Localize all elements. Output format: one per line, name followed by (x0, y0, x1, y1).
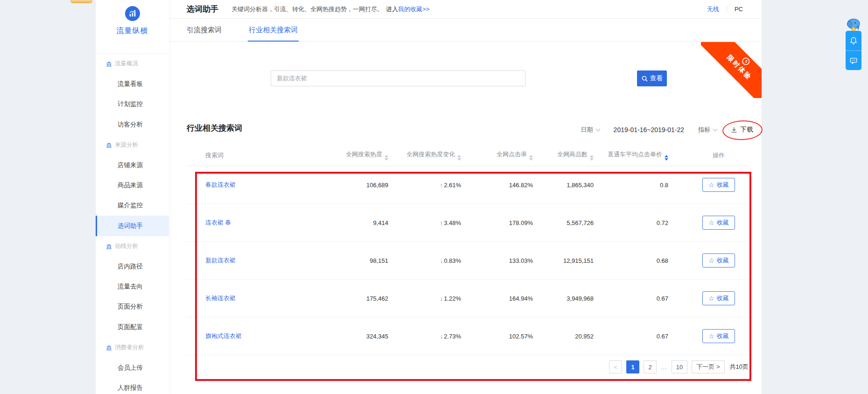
col-header-click-rate[interactable]: 全网点击率 (461, 150, 533, 161)
sidebar-item-label: 媒介监控 (118, 201, 143, 210)
cell-heat-change: ↑2.61% (388, 182, 461, 189)
logo-block: 流量纵横 (96, 6, 169, 54)
chevron-down-icon (713, 127, 718, 131)
favorite-button[interactable]: ☆收藏 (702, 291, 735, 305)
sidebar-section-path-analysis: 动线分析 (96, 236, 169, 256)
tab-inbound-search-words[interactable]: 引流搜索词 (187, 19, 222, 41)
favorite-button[interactable]: ☆收藏 (702, 178, 735, 192)
ribbon-corner: 限时体验 (701, 42, 762, 98)
sidebar-item-label: 页面分析 (118, 303, 143, 311)
building-doc-icon (106, 61, 112, 67)
table-controls: 日期 2019-01-16~2019-01-22 指标 下载 (581, 122, 753, 137)
sidebar-section-label: 动线分析 (115, 242, 138, 250)
keyword-search-input[interactable] (271, 70, 525, 86)
cell-product-count: 1,865,340 (533, 182, 594, 189)
sidebar-section-label: 消费者分析 (115, 344, 144, 352)
col-header-product-count[interactable]: 全网商品数 (533, 150, 594, 161)
sidebar-item-traffic-board[interactable]: 流量看板 (96, 74, 169, 94)
arrow-down-icon: ↓ (440, 295, 443, 302)
table-header-row: 搜索词 全网搜索热度 全网搜索热度变化 全网点击率 全网商品数 直通车平均点击单… (187, 145, 748, 166)
mode-wireless[interactable]: 无线 (707, 5, 719, 14)
favorite-button[interactable]: ☆收藏 (702, 253, 735, 267)
keyword-link[interactable]: 旗袍式连衣裙 (205, 332, 242, 339)
search-view-button[interactable]: 查看 (637, 70, 667, 86)
sort-icon-active[interactable] (665, 155, 668, 161)
cell-avg-cpc: 0.8 (594, 182, 668, 189)
page-title: 选词助手 (187, 4, 218, 14)
cell-avg-cpc: 0.67 (594, 333, 668, 340)
date-dropdown-label: 日期 (581, 126, 593, 134)
sidebar-item-plan-monitor[interactable]: 计划监控 (96, 94, 169, 114)
sidebar-item-media-monitor[interactable]: 媒介监控 (96, 196, 169, 216)
keyword-link[interactable]: 春款连衣裙 (205, 181, 236, 188)
sort-icon[interactable] (457, 155, 461, 161)
logo[interactable] (125, 6, 140, 21)
sidebar-item-product-source[interactable]: 商品来源 (96, 175, 169, 195)
tab-industry-related-search-words[interactable]: 行业相关搜索词 (249, 19, 298, 41)
sort-icon[interactable] (529, 155, 533, 161)
bell-icon[interactable] (846, 31, 861, 50)
keyword-link[interactable]: 新款连衣裙 (205, 257, 236, 264)
sidebar-item-label: 流量看板 (118, 80, 143, 88)
tab-label: 引流搜索词 (187, 26, 222, 35)
sidebar-item-traffic-destination[interactable]: 流量去向 (96, 276, 169, 296)
favorite-label: 收藏 (717, 294, 729, 303)
cell-search-heat: 9,414 (317, 219, 388, 226)
cell-product-count: 12,915,151 (533, 257, 594, 264)
favorite-button[interactable]: ☆收藏 (702, 329, 735, 343)
favorites-link[interactable]: 我的收藏>> (398, 5, 429, 14)
keyword-link[interactable]: 连衣裙 春 (205, 219, 231, 226)
sidebar-section-label: 来源分析 (115, 141, 138, 149)
sidebar-item-page-config[interactable]: 页面配置 (96, 317, 169, 337)
pagination-ellipsis: ... (661, 364, 667, 371)
sidebar-section-label: 流量概况 (115, 60, 138, 68)
sidebar-section-source-analysis: 来源分析 (96, 135, 169, 155)
arrow-up-icon: ↑ (440, 219, 443, 226)
date-range: 2019-01-16~2019-01-22 (614, 126, 684, 134)
keyword-link[interactable]: 长袖连衣裙 (205, 295, 236, 302)
col-header-search-heat[interactable]: 全网搜索热度 (317, 150, 388, 161)
pagination-page-10[interactable]: 10 (672, 360, 687, 373)
ribbon-label: 限时体验 (725, 53, 754, 82)
sidebar-item-in-store-path[interactable]: 店内路径 (96, 256, 169, 276)
elephant-mascot-icon[interactable] (845, 17, 862, 34)
sidebar-item-label: 人群报告 (118, 384, 143, 392)
bar-chart-trend-icon (128, 9, 137, 18)
col-header-label: 全网点击率 (497, 151, 527, 158)
favorite-button[interactable]: ☆收藏 (702, 216, 735, 230)
pagination-prev-button[interactable]: < (609, 360, 622, 373)
col-header-label: 搜索词 (205, 152, 224, 159)
main-content: 选词助手 关键词分析器，引流、转化、全网热搜趋势，一网打尽。 进入 我的收藏>>… (169, 0, 762, 394)
pagination-next-button[interactable]: 下一页 > (692, 360, 724, 373)
building-doc-icon (106, 243, 112, 249)
sidebar-item-visitor-analysis[interactable]: 访客分析 (96, 114, 169, 134)
arrow-down-icon: ↓ (440, 333, 443, 340)
cell-click-rate: 164.94% (461, 295, 533, 302)
chat-icon[interactable] (846, 50, 861, 70)
sidebar-item-page-analysis[interactable]: 页面分析 (96, 297, 169, 317)
sidebar-item-keyword-assistant[interactable]: 选词助手 (96, 216, 169, 236)
sidebar-item-shop-source[interactable]: 店铺来源 (96, 155, 169, 175)
cell-click-rate: 102.57% (461, 333, 533, 340)
sidebar-menu: 流量概况 流量看板 计划监控 访客分析 来源分析 店铺来源 商品来源 媒介监控 … (96, 54, 169, 394)
sort-icon[interactable] (385, 155, 388, 161)
cell-search-heat: 98,151 (317, 257, 388, 264)
sort-icon[interactable] (590, 155, 594, 161)
date-dropdown[interactable]: 日期 (581, 126, 600, 134)
download-label: 下载 (740, 126, 753, 134)
mode-pc[interactable]: PC (735, 6, 743, 13)
star-icon: ☆ (708, 333, 714, 339)
sidebar-item-label: 计划监控 (118, 100, 143, 108)
download-button[interactable]: 下载 (731, 126, 753, 134)
sidebar-item-audience-report[interactable]: 人群报告 (96, 378, 169, 394)
cell-product-count: 5,567,726 (533, 219, 594, 226)
col-header-heat-change[interactable]: 全网搜索热度变化 (388, 150, 461, 161)
change-value: 3.48% (444, 219, 461, 226)
sidebar-item-label: 店内路径 (118, 262, 143, 271)
pagination-page-2[interactable]: 2 (644, 360, 657, 373)
limited-time-ribbon[interactable]: 限时体验 (701, 42, 762, 98)
col-header-avg-cpc[interactable]: 直通车平均点击单价 (594, 150, 668, 161)
pagination-page-1[interactable]: 1 (626, 360, 639, 373)
metric-dropdown[interactable]: 指标 (698, 126, 717, 134)
sidebar-item-member-upload[interactable]: 会员上传 (96, 358, 169, 378)
